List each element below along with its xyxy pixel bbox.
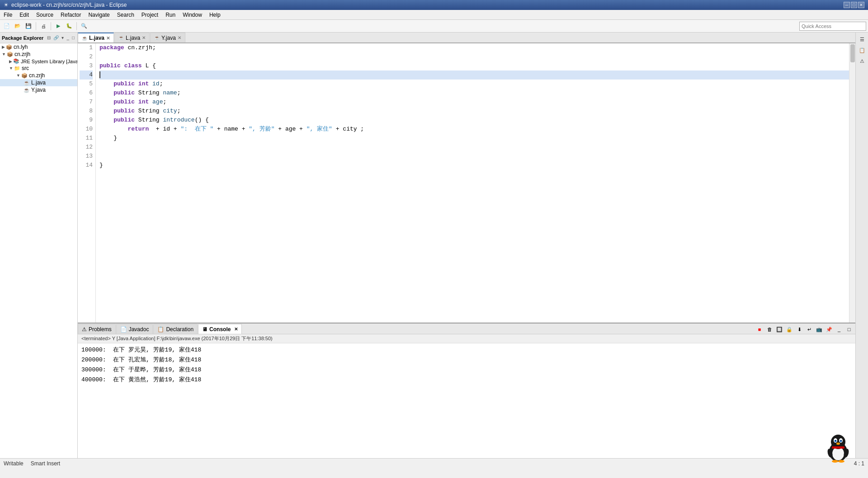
tree-item-Y-java[interactable]: ☕ Y.java [0, 86, 77, 94]
folder-icon: 📁 [14, 66, 20, 71]
expand-arrow: ▼ [9, 66, 13, 70]
pkg-menu-button[interactable]: ▾ [61, 35, 65, 40]
open-button[interactable]: 📂 [13, 21, 23, 31]
tab-label: L.java [89, 35, 104, 41]
collapse-all-button[interactable]: ⊟ [46, 35, 52, 40]
tab-label: Problems [89, 326, 112, 333]
tab-label: Javadoc [129, 326, 149, 333]
menu-source[interactable]: Source [33, 10, 57, 19]
tree-item-L-java[interactable]: ☕ L.java [0, 79, 77, 86]
console-line-3: 300000: 在下 于星晔, 芳龄19, 家住418 [81, 365, 852, 375]
tree-item-src[interactable]: ▼ 📁 src [0, 65, 77, 72]
tab-problems[interactable]: ⚠ Problems [78, 324, 116, 334]
tab-close-button[interactable]: ✕ [178, 35, 181, 40]
line-num-1: 1 [80, 43, 93, 52]
titlebar-title: eclipse-work - cn.zrjh/src/cn/zrjh/L.jav… [11, 2, 127, 8]
menu-navigate[interactable]: Navigate [85, 10, 113, 19]
tab-console[interactable]: 🖥 Console ✕ [198, 324, 242, 334]
tab-Y-java[interactable]: ☕ Y.java ✕ [150, 33, 185, 42]
menu-search[interactable]: Search [113, 10, 138, 19]
min-console-button[interactable]: _ [835, 325, 844, 334]
tab-close-button[interactable]: ✕ [106, 36, 110, 41]
package-icon: 📦 [6, 44, 12, 50]
tab-L-java2[interactable]: ☕ L.java ✕ [114, 33, 150, 42]
tree-item-cn-zrjh-pkg[interactable]: ▼ 📦 cn.zrjh [0, 72, 77, 79]
remove-terminated-button[interactable]: 🗑 [765, 325, 774, 334]
menu-help[interactable]: Help [206, 10, 224, 19]
clear-console-button[interactable]: 🔲 [775, 325, 784, 334]
tab-close-button[interactable]: ✕ [142, 35, 146, 40]
close-tab-icon[interactable]: ✕ [234, 327, 238, 332]
java-icon: ☕ [118, 35, 124, 40]
menu-file[interactable]: File [0, 10, 16, 19]
line-num-6: 6 [80, 89, 93, 98]
menu-project[interactable]: Project [138, 10, 162, 19]
qq-mascot [825, 433, 852, 464]
menu-edit[interactable]: Edit [16, 10, 33, 19]
search-button[interactable]: 🔍 [79, 21, 89, 31]
package-explorer-panel: Package Explorer ⊟ 🔗 ▾ _ □ ▶ 📦 cn.lyh ▼ [0, 33, 78, 458]
terminate-button[interactable]: ■ [755, 325, 764, 334]
minimize-panel-button[interactable]: _ [66, 35, 70, 40]
eclipse-icon: ☀ [4, 2, 9, 8]
debug-button[interactable]: 🐛 [64, 21, 74, 31]
package-icon: 📦 [7, 52, 13, 57]
tree-label: cn.zrjh [29, 72, 45, 79]
new-button[interactable]: 📄 [2, 21, 12, 31]
line-num-4: 4 [80, 70, 93, 80]
maximize-button[interactable]: □ [851, 2, 857, 8]
tab-declaration[interactable]: 📋 Declaration [153, 324, 198, 334]
svg-point-8 [841, 440, 842, 441]
line-num-8: 8 [80, 107, 93, 116]
outline-button[interactable]: 📋 [857, 45, 867, 55]
menu-window[interactable]: Window [179, 10, 206, 19]
run-button[interactable]: ▶ [53, 21, 63, 31]
code-editor[interactable]: 1 2 3 4 5 6 7 8 9 10 11 12 13 14 package… [78, 43, 855, 323]
editor-scrollbar[interactable] [849, 43, 855, 323]
save-button[interactable]: 💾 [24, 21, 33, 31]
scroll-end-button[interactable]: ⬇ [795, 325, 804, 334]
code-line-1: package cn.zrjh; [99, 43, 849, 52]
titlebar-left: ☀ eclipse-work - cn.zrjh/src/cn/zrjh/L.j… [4, 2, 127, 8]
writable-status: Writable [4, 460, 24, 467]
code-content[interactable]: package cn.zrjh; public class L { public… [96, 43, 849, 323]
toolbar: 📄 📂 💾 🖨 ▶ 🐛 🔍 [0, 20, 868, 33]
tree-item-cn-zrjh[interactable]: ▼ 📦 cn.zrjh [0, 51, 77, 58]
code-line-9: public String introduce() { [99, 116, 849, 125]
scroll-lock-button[interactable]: 🔒 [785, 325, 794, 334]
tab-label: Y.java [161, 35, 176, 41]
print-button[interactable]: 🖨 [38, 21, 48, 31]
menu-run[interactable]: Run [162, 10, 179, 19]
library-icon: 📚 [13, 58, 19, 64]
tab-L-java-active[interactable]: ☕ L.java ✕ [78, 33, 114, 42]
java-file-icon: ☕ [24, 87, 30, 93]
menu-refactor[interactable]: Refactor [57, 10, 85, 19]
tab-label: L.java [126, 35, 140, 41]
task-list-button[interactable]: ☰ [857, 34, 867, 44]
code-line-12 [99, 143, 849, 152]
maximize-panel-button[interactable]: □ [71, 35, 75, 40]
line-numbers: 1 2 3 4 5 6 7 8 9 10 11 12 13 14 [78, 43, 96, 323]
problems-marker-button[interactable]: ⚠ [857, 56, 867, 66]
word-wrap-button[interactable]: ↵ [805, 325, 814, 334]
tree-label: JRE System Library [JavaSE-1.8] [21, 59, 77, 64]
close-button[interactable]: ✕ [858, 2, 864, 8]
tab-javadoc[interactable]: 📄 Javadoc [116, 324, 153, 334]
pin-console-button[interactable]: 📌 [825, 325, 834, 334]
max-console-button[interactable]: □ [844, 325, 854, 334]
open-console-button[interactable]: 📺 [815, 325, 824, 334]
svg-point-11 [838, 460, 844, 463]
tree-item-cn-lyh[interactable]: ▶ 📦 cn.lyh [0, 43, 77, 51]
line-num-12: 12 [80, 143, 93, 152]
tree-item-jre[interactable]: ▶ 📚 JRE System Library [JavaSE-1.8] [0, 58, 77, 65]
tree-label: cn.lyh [14, 44, 28, 50]
editor-tab-bar: ☕ L.java ✕ ☕ L.java ✕ ☕ Y.java ✕ [78, 33, 855, 43]
link-editor-button[interactable]: 🔗 [52, 35, 60, 40]
titlebar-controls: ─ □ ✕ [844, 2, 864, 8]
tree-label: L.java [31, 80, 46, 86]
quick-access-input[interactable] [799, 22, 866, 31]
scrollbar-thumb[interactable] [850, 44, 855, 62]
insert-mode-status: Smart Insert [31, 460, 60, 467]
minimize-button[interactable]: ─ [844, 2, 850, 8]
right-vertical-toolbar: ☰ 📋 ⚠ [855, 33, 868, 458]
